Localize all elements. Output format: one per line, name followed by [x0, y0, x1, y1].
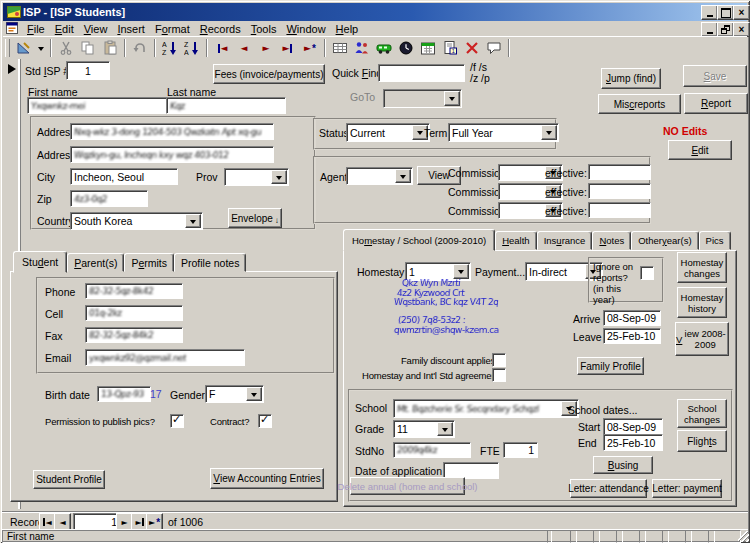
- menu-window[interactable]: Window: [281, 22, 330, 36]
- next-record-icon[interactable]: ►: [255, 38, 277, 58]
- school-combo[interactable]: Mt. Bqzcherie Sr. Secqndary Schqzl: [393, 399, 579, 418]
- new-record-icon[interactable]: ►*: [299, 38, 321, 58]
- city-input[interactable]: Incheon, Seoul: [70, 168, 178, 185]
- envelope-button[interactable]: Envelope↓: [228, 208, 282, 228]
- flights-button[interactable]: Flights: [677, 430, 727, 452]
- copy-icon[interactable]: [77, 38, 99, 58]
- calendar-icon[interactable]: [417, 38, 439, 58]
- tab-insurance[interactable]: Insurance: [537, 231, 593, 250]
- mdi-restore-button[interactable]: [717, 22, 734, 37]
- sort-descending-icon[interactable]: ZA: [181, 38, 203, 58]
- tab-homestay-school[interactable]: Homestay / School (2009-2010): [343, 229, 495, 251]
- resize-grip[interactable]: [738, 531, 749, 542]
- agent-combo[interactable]: [346, 167, 413, 185]
- minimize-button[interactable]: [701, 5, 718, 20]
- letter-payment-button[interactable]: Letter: payment: [652, 479, 722, 498]
- datasheet-icon[interactable]: [329, 38, 351, 58]
- country-combo[interactable]: South Korea: [70, 212, 203, 230]
- dropdown-button[interactable]: [395, 169, 411, 183]
- menu-records[interactable]: Records: [195, 22, 246, 36]
- publish-pics-checkbox[interactable]: [170, 414, 184, 428]
- edit-button[interactable]: Edit: [668, 140, 732, 160]
- ignore-on-reports-checkbox[interactable]: [640, 266, 654, 280]
- first-record-icon[interactable]: ◄: [211, 38, 233, 58]
- view-2008-2009-button[interactable]: View 2008-2009: [675, 322, 729, 356]
- cut-icon[interactable]: [55, 38, 77, 58]
- status-combo[interactable]: Current: [346, 123, 430, 142]
- homestay-history-button[interactable]: Homestay history: [677, 287, 727, 318]
- effective-input-1[interactable]: [588, 164, 651, 180]
- delete-record-icon[interactable]: [461, 38, 483, 58]
- report-button[interactable]: Report: [684, 93, 748, 114]
- first-name-input[interactable]: Yxqwnkz-mei: [27, 97, 168, 114]
- tab-student[interactable]: Student: [13, 251, 67, 273]
- fees-button[interactable]: Fees (invoice/payments): [213, 64, 325, 84]
- busing-button[interactable]: Busing: [593, 456, 653, 474]
- delete-annual-button[interactable]: Delete annual (home and school): [350, 477, 465, 495]
- last-record-icon[interactable]: ►: [277, 38, 299, 58]
- maximize-button[interactable]: [717, 5, 734, 20]
- view-dropdown-icon[interactable]: [35, 38, 47, 58]
- view-accounting-button[interactable]: View Accounting Entries: [210, 468, 324, 489]
- comments-icon[interactable]: [483, 38, 505, 58]
- sort-ascending-icon[interactable]: AZ: [159, 38, 181, 58]
- school-changes-button[interactable]: School changes: [677, 399, 727, 428]
- agreement-checkbox[interactable]: [492, 368, 506, 382]
- form-window-icon[interactable]: [6, 22, 18, 36]
- end-input[interactable]: 25-Feb-10: [603, 434, 663, 451]
- menu-help[interactable]: Help: [331, 22, 364, 36]
- dropdown-button[interactable]: [444, 91, 460, 106]
- student-profile-button[interactable]: Student Profile: [33, 470, 105, 489]
- transport-icon[interactable]: [373, 38, 395, 58]
- save-button[interactable]: Save: [683, 65, 747, 87]
- cell-input[interactable]: 01q-2kz: [85, 305, 183, 321]
- menu-edit[interactable]: Edit: [50, 22, 79, 36]
- family-discount-checkbox[interactable]: [492, 353, 506, 367]
- menu-view[interactable]: View: [79, 22, 113, 36]
- mdi-minimize-button[interactable]: [701, 22, 718, 37]
- dropdown-button[interactable]: [246, 387, 262, 401]
- menu-file[interactable]: File: [22, 22, 50, 36]
- fte-input[interactable]: 1: [503, 442, 538, 458]
- form-view-icon[interactable]: [13, 38, 35, 58]
- contract-checkbox[interactable]: [258, 414, 272, 428]
- std-isp-input[interactable]: 1: [66, 61, 110, 80]
- tab-permits[interactable]: Permits: [124, 253, 174, 272]
- previous-record-icon[interactable]: ◄: [233, 38, 255, 58]
- goto-combo[interactable]: [383, 89, 462, 108]
- dropdown-button[interactable]: [271, 170, 287, 184]
- homestay-changes-button[interactable]: Homestay changes: [677, 252, 727, 283]
- prov-combo[interactable]: [224, 168, 289, 186]
- stdno-input[interactable]: 2009q4kz: [393, 442, 471, 458]
- letter-attendance-button[interactable]: Letter: attendance: [570, 479, 647, 498]
- misc-reports-button[interactable]: Misc reports: [598, 94, 681, 114]
- gender-combo[interactable]: F: [205, 385, 264, 403]
- students-icon[interactable]: [351, 38, 373, 58]
- address1-input[interactable]: Nxq-wkz 3-dong 1204-503 Qwzkatn Apt xq-g…: [70, 123, 274, 140]
- dropdown-button[interactable]: [541, 125, 557, 140]
- start-input[interactable]: 08-Sep-09: [603, 418, 663, 435]
- tab-pics[interactable]: Pics: [699, 231, 731, 250]
- menu-tools[interactable]: Tools: [246, 22, 282, 36]
- grade-combo[interactable]: 11: [393, 420, 455, 438]
- menu-insert[interactable]: Insert: [112, 22, 150, 36]
- effective-input-3[interactable]: [588, 202, 651, 218]
- tab-profile-notes[interactable]: Profile notes: [174, 253, 246, 272]
- dropdown-button[interactable]: [437, 422, 453, 436]
- dropdown-button[interactable]: [453, 264, 469, 279]
- phone-input[interactable]: 82-32-5qz-8k42: [85, 283, 183, 299]
- family-profile-button[interactable]: Family Profile: [577, 357, 644, 375]
- term-combo[interactable]: Full Year: [448, 123, 559, 142]
- menu-format[interactable]: Format: [150, 22, 195, 36]
- clock-icon[interactable]: [395, 38, 417, 58]
- fax-input[interactable]: 82-32-5qz-84k2: [85, 327, 183, 343]
- email-input[interactable]: yxqwnkz92@qzmail.net: [85, 349, 245, 366]
- paste-icon[interactable]: [99, 38, 121, 58]
- arrive-input[interactable]: 08-Sep-09: [603, 310, 661, 326]
- tab-health[interactable]: Health: [495, 231, 536, 250]
- invoice-page-icon[interactable]: 1: [439, 38, 461, 58]
- mdi-close-button[interactable]: ×: [733, 22, 750, 37]
- jump-button[interactable]: Jump (find): [601, 68, 661, 89]
- birth-date-input[interactable]: 13-Qpz-93: [97, 386, 151, 402]
- toolbar-handle[interactable]: [5, 39, 10, 57]
